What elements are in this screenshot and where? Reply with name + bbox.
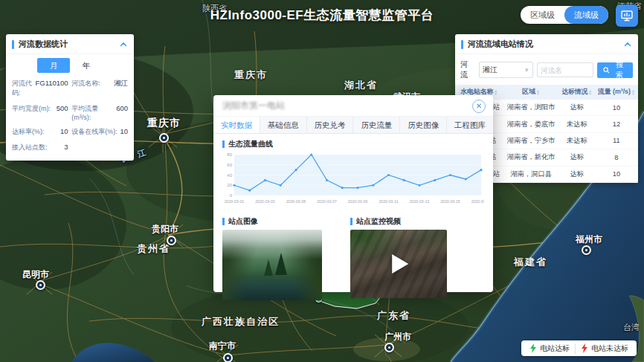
data-point xyxy=(418,184,420,187)
city-marker[interactable] xyxy=(384,343,394,352)
stats-row: 河流代码:FG110100河流名称:湘江 xyxy=(12,76,128,101)
data-point xyxy=(356,187,358,189)
data-point xyxy=(233,184,235,187)
chevron-down-icon: ▼ xyxy=(524,67,529,74)
sort-down-icon: ▼ xyxy=(494,92,498,95)
stat-value: FG110100 xyxy=(35,79,68,98)
x-tick-label: 2020-03-05 xyxy=(286,199,306,204)
accent-bar xyxy=(350,218,352,225)
city-marker[interactable] xyxy=(36,280,45,290)
search-icon xyxy=(603,67,610,74)
city-marker[interactable] xyxy=(167,236,176,245)
period-tab[interactable]: 年 xyxy=(70,58,103,73)
modal-tab[interactable]: 实时数据 xyxy=(213,117,260,133)
x-tick-label: 2020-03-17 xyxy=(471,199,484,204)
eco-flow-line-chart: 0204060802020-03-012020-03-032020-03-052… xyxy=(222,152,484,209)
table-cell: 湖南省，娄底市 xyxy=(503,116,559,132)
city-marker[interactable] xyxy=(582,245,591,255)
city-marker[interactable] xyxy=(223,353,233,362)
period-tabs: 月年 xyxy=(6,58,134,73)
station-video-thumbnail[interactable] xyxy=(350,230,447,298)
stat-field: 河流代码:FG110100 xyxy=(12,76,68,101)
station-photo[interactable] xyxy=(222,230,322,300)
sort-down-icon: ▼ xyxy=(536,92,540,95)
stat-label: 平均宽度(m): xyxy=(12,104,51,121)
data-point xyxy=(387,174,390,176)
search-button[interactable]: 搜索 xyxy=(597,62,633,78)
stat-value: 500 xyxy=(57,104,68,121)
collapse-chevron-up-icon[interactable] xyxy=(623,40,632,49)
stat-field: 达标率(%):10 xyxy=(12,124,68,140)
modal-tab[interactable]: 历史流量 xyxy=(353,117,400,133)
x-tick-label: 2020-03-15 xyxy=(440,199,460,204)
x-tick-label: 2020-03-09 xyxy=(348,199,368,204)
modal-tab[interactable]: 工程图库 xyxy=(447,117,493,133)
level-mode-toggle[interactable]: 区域级流域级 xyxy=(521,6,608,24)
stat-label: 设备在线率(%): xyxy=(71,127,117,137)
table-cell: 湖南省，浏阳市 xyxy=(503,100,559,116)
lightning-bolt-icon xyxy=(529,343,537,353)
stat-label: 达标率(%): xyxy=(12,127,45,137)
sort-icon[interactable]: ▲▼ xyxy=(588,89,592,95)
column-header[interactable]: 区域▲▼ xyxy=(503,85,559,100)
stat-label: 平均流量(m³/s): xyxy=(71,104,116,121)
table-cell: 10 xyxy=(595,166,638,182)
stats-grid: 河流代码:FG110100河流名称:湘江平均宽度(m):500平均流量(m³/s… xyxy=(6,75,134,161)
stat-value: 3 xyxy=(64,143,68,152)
river-select[interactable]: 湘江 ▼ xyxy=(479,62,533,78)
stat-value: 湘江 xyxy=(114,79,128,98)
modal-tabs: 实时数据基础信息历史兑考历史流量历史图像工程图库 xyxy=(213,116,493,134)
y-tick-label: 40 xyxy=(227,173,232,178)
data-point xyxy=(326,179,328,181)
legend-item: 电站达标 xyxy=(524,343,575,354)
accent-bar xyxy=(222,140,225,148)
table-cell: 8 xyxy=(595,149,638,166)
stat-field: 平均宽度(m):500 xyxy=(12,101,68,124)
stat-label: 接入站点数: xyxy=(12,143,48,152)
stats-row: 达标率(%):10设备在线率(%):10 xyxy=(12,124,128,140)
table-cell: 湖南省，新化市 xyxy=(503,149,559,166)
stat-field: 平均流量(m³/s):600 xyxy=(71,101,128,124)
stat-field: 设备在线率(%):10 xyxy=(71,124,128,140)
data-point xyxy=(403,179,405,181)
play-icon[interactable] xyxy=(392,254,408,274)
data-point xyxy=(264,179,266,181)
table-cell: 达标 xyxy=(559,166,595,182)
lightning-bolt-icon xyxy=(581,343,588,353)
data-point xyxy=(341,187,344,189)
basin-stations-header: 河流流域电站情况 xyxy=(455,34,638,54)
media-row: 站点图像 站点监控视频 xyxy=(222,216,484,300)
sort-icon[interactable]: ▲▼ xyxy=(494,89,498,95)
x-tick-label: 2020-03-01 xyxy=(225,199,245,204)
modal-body: 生态流量曲线 0204060802020-03-012020-03-032020… xyxy=(213,134,493,300)
station-video-section: 站点监控视频 xyxy=(350,216,484,300)
accent-bar xyxy=(461,40,463,49)
mode-option[interactable]: 流域级 xyxy=(564,6,608,24)
modal-tab[interactable]: 历史图像 xyxy=(400,117,447,133)
modal-tab[interactable]: 基础信息 xyxy=(260,117,307,133)
column-header[interactable]: 达标情况▲▼ xyxy=(559,85,595,100)
accent-bar xyxy=(222,218,225,225)
search-button-label: 搜索 xyxy=(612,59,627,80)
data-point xyxy=(294,169,297,171)
station-status-legend: 电站达标电站未达标 xyxy=(521,340,637,356)
dashboard-button[interactable] xyxy=(616,4,638,27)
river-select-value: 湘江 xyxy=(483,65,498,75)
data-point xyxy=(310,153,312,155)
sort-down-icon: ▼ xyxy=(631,92,635,95)
sort-icon[interactable]: ▲▼ xyxy=(536,89,540,95)
station-image-section: 站点图像 xyxy=(222,216,350,300)
column-header[interactable]: 流量 (m³/s)▲▼ xyxy=(595,85,638,100)
city-marker[interactable] xyxy=(159,133,169,143)
close-icon[interactable]: ✕ xyxy=(472,100,486,113)
period-tab[interactable]: 月 xyxy=(37,58,70,73)
station-search-input[interactable] xyxy=(537,62,593,77)
data-point xyxy=(372,184,374,187)
sort-icon[interactable]: ▲▼ xyxy=(631,89,635,95)
mode-option[interactable]: 区域级 xyxy=(521,6,564,24)
modal-tab[interactable]: 历史兑考 xyxy=(307,117,354,133)
legend-label: 电站未达标 xyxy=(591,343,628,354)
data-point xyxy=(449,174,451,176)
collapse-chevron-up-icon[interactable] xyxy=(119,40,128,49)
river-stats-title: 河流数据统计 xyxy=(19,39,119,50)
